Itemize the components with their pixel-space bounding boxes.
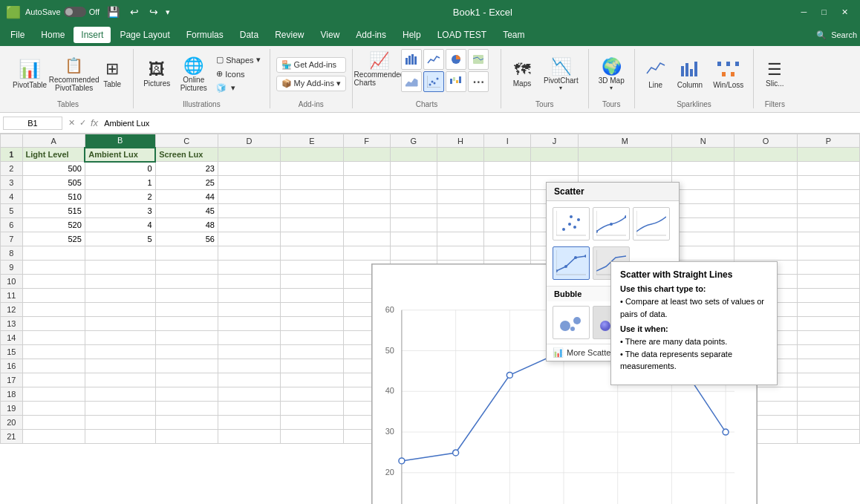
col-header-i[interactable]: I [484,134,531,148]
menu-help[interactable]: Help [395,27,429,43]
col-header-o[interactable]: O [734,134,797,148]
scatter-chart-btn active[interactable] [423,71,444,92]
close-btn[interactable]: ✕ [835,7,854,17]
cell-a2[interactable]: 500 [22,162,85,176]
icons-btn[interactable]: ⊕ Icons [213,68,263,80]
online-pictures-btn[interactable]: 🌐 Online Pictures [177,54,210,94]
cell-n1[interactable] [672,148,734,162]
col-header-c[interactable]: C [155,134,218,148]
menu-formulas[interactable]: Formulas [179,27,231,43]
scatter-smooth-no-markers-btn[interactable] [633,207,670,240]
cancel-formula-icon[interactable]: ✕ [68,118,75,128]
menu-insert[interactable]: Insert [74,27,111,43]
recommended-charts-btn[interactable]: 📈 Recommended Charts [359,49,400,89]
shapes-btn[interactable]: ▢ Shapes ▾ [213,53,263,66]
name-box[interactable]: B1 [3,117,62,130]
more-charts-btn[interactable]: ⋯ [468,71,489,92]
cell-h1[interactable] [437,148,483,162]
cell-a3[interactable]: 505 [22,176,85,190]
menu-home[interactable]: Home [33,27,72,43]
bar-chart-btn[interactable] [401,49,422,70]
col-header-g[interactable]: G [390,134,437,148]
quick-access-more[interactable]: ▾ [166,7,170,17]
undo-icon[interactable]: ↩ [127,4,142,19]
cell-b5[interactable]: 3 [85,204,155,218]
scatter-dots-btn[interactable] [553,207,590,240]
col-header-a[interactable]: A [22,134,85,148]
map-chart-btn[interactable] [468,49,489,70]
col-header-e[interactable]: E [281,134,343,148]
pie-chart-btn[interactable] [446,49,466,70]
cell-a6[interactable]: 520 [22,218,85,232]
cell-b4[interactable]: 2 [85,190,155,204]
cell-c3[interactable]: 25 [155,176,218,190]
3d-models-btn[interactable]: 🧊 ▾ [213,82,263,94]
cell-e1[interactable] [281,148,343,162]
menu-page-layout[interactable]: Page Layout [112,27,177,43]
cell-m1[interactable] [578,148,671,162]
maximize-btn[interactable]: □ [815,7,833,17]
cell-a5[interactable]: 515 [22,204,85,218]
col-header-n[interactable]: N [672,134,734,148]
bubble-2d-btn[interactable] [553,306,590,339]
col-header-d[interactable]: D [218,134,280,148]
cell-c7[interactable]: 56 [155,232,218,246]
winloss-sparkline-btn[interactable]: Win/Loss [709,56,747,91]
col-header-f[interactable]: F [343,134,390,148]
menu-review[interactable]: Review [267,27,311,43]
col-header-m[interactable]: M [578,134,671,148]
cell-b6[interactable]: 4 [85,218,155,232]
menu-addins[interactable]: Add-ins [348,27,394,43]
menu-file[interactable]: File [3,27,32,43]
cell-o1[interactable] [734,148,797,162]
menu-loadtest[interactable]: LOAD TEST [430,27,494,43]
confirm-formula-icon[interactable]: ✓ [79,118,86,128]
cell-c4[interactable]: 44 [155,190,218,204]
line-sparkline-btn[interactable]: Line [641,56,671,91]
cell-a1[interactable]: Light Level [22,148,85,162]
cell-c6[interactable]: 48 [155,218,218,232]
area-chart-btn[interactable] [401,71,422,92]
cell-c1[interactable]: Screen Lux [155,148,218,162]
my-addins-btn[interactable]: 📦 My Add-ins ▾ [276,76,346,91]
col-header-h[interactable]: H [437,134,483,148]
pictures-btn[interactable]: 🖼 Pictures [140,58,174,90]
cell-b7[interactable]: 5 [85,232,155,246]
pivottable-btn[interactable]: 📊 PivotTable [9,56,51,91]
cell-c2[interactable]: 23 [155,162,218,176]
maps-btn[interactable]: 🗺 Maps [507,58,537,90]
recommended-pivottables-btn[interactable]: 📋 Recommended PivotTables [53,54,94,94]
cell-a4[interactable]: 510 [22,190,85,204]
cell-b2[interactable]: 0 [85,162,155,176]
formula-input[interactable] [104,119,857,128]
cell-d1[interactable] [218,148,280,162]
cell-c5[interactable]: 45 [155,204,218,218]
col-header-j[interactable]: J [531,134,578,148]
menu-team[interactable]: Team [495,27,532,43]
cell-j1[interactable] [531,148,578,162]
save-icon[interactable]: 💾 [104,4,123,19]
col-header-p[interactable]: P [797,134,859,148]
slice-btn[interactable]: ☰ Slic... [760,58,789,90]
get-addins-btn[interactable]: 🏪 Get Add-ins [276,57,346,73]
column-sparkline-btn[interactable]: Column [674,56,706,91]
cell-d2[interactable] [218,162,280,176]
scatter-straight-lines-btn[interactable] [553,246,590,280]
cell-g1[interactable] [390,148,437,162]
menu-view[interactable]: View [313,27,348,43]
cell-b1[interactable]: Ambient Lux [85,148,155,162]
pivotchart-btn[interactable]: 📉 PivotChart ▾ [540,55,582,94]
insert-function-icon[interactable]: fx [91,117,98,128]
menu-data[interactable]: Data [232,27,266,43]
waterfall-chart-btn[interactable] [446,71,466,92]
cell-i1[interactable] [484,148,531,162]
search-label[interactable]: Search [831,30,857,39]
redo-icon[interactable]: ↪ [146,4,161,19]
minimize-btn[interactable]: ─ [795,7,813,17]
line-chart-btn[interactable] [423,49,444,70]
cell-a7[interactable]: 525 [22,232,85,246]
scatter-smooth-lines-btn[interactable] [593,207,630,240]
autosave-toggle[interactable] [64,7,86,17]
col-header-b[interactable]: B [85,134,155,148]
cell-b3[interactable]: 1 [85,176,155,190]
